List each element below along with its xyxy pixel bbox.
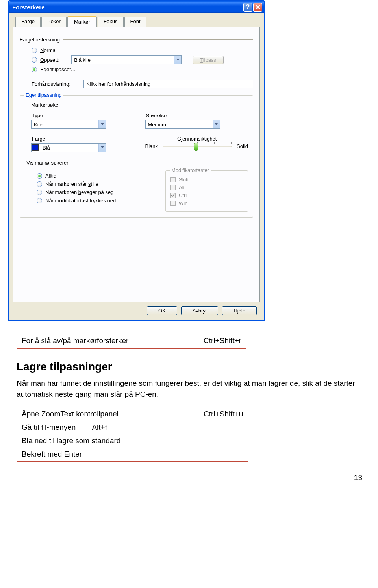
- checkbox-alt[interactable]: [170, 185, 176, 190]
- shortcut-key: Ctrl+Shift+r: [200, 334, 245, 348]
- checkbox-win-label: Win: [179, 200, 187, 206]
- radio-preset-row: Oppsett: Blå kile Tilpass: [32, 55, 253, 64]
- tab-peker[interactable]: Peker: [41, 17, 67, 27]
- modifier-legend: Modifikatortaster: [170, 167, 211, 173]
- cancel-button[interactable]: Avbryt: [181, 306, 219, 315]
- radio-always[interactable]: [37, 173, 42, 179]
- radio-normal-label: Normal: [40, 47, 57, 53]
- close-icon[interactable]: [253, 3, 262, 12]
- tab-markor[interactable]: Markør: [67, 16, 97, 27]
- checkbox-shift[interactable]: [170, 177, 176, 182]
- customize-button[interactable]: Tilpass: [193, 56, 224, 64]
- radio-preset-label: Oppsett:: [40, 57, 59, 63]
- radio-custom-row: Egentilpasset...: [32, 67, 253, 72]
- type-dropdown[interactable]: Kiler: [31, 120, 106, 129]
- divider: [63, 39, 253, 40]
- chevron-down-icon: [174, 56, 181, 64]
- help-icon[interactable]: ?: [243, 3, 252, 12]
- show-cursor-label: Vis markørsøkeren: [26, 160, 248, 166]
- shortcut-table-2: Åpne ZoomText kontrollpanel Ctrl+Shift+u…: [17, 407, 248, 462]
- size-value: Medium: [146, 122, 213, 128]
- preset-dropdown[interactable]: Blå kile: [71, 55, 182, 64]
- tab-panel: Fargeforsterkning Normal Oppsett: Blå ki…: [13, 27, 260, 302]
- color-group-title: Fargeforsterkning: [20, 37, 61, 43]
- radio-normal-row: Normal: [32, 47, 253, 53]
- transparency-slider-wrap: Blank Solid: [145, 143, 248, 149]
- color-swatch: [32, 144, 39, 151]
- radio-preset[interactable]: [32, 57, 37, 63]
- color-label: Farge: [32, 136, 134, 142]
- slider-left-label: Blank: [145, 143, 158, 149]
- t2-r3: Bla ned til lagre som standard: [18, 435, 247, 447]
- modifier-fieldset: Modifikatortaster Skift Alt Ctrl Win: [165, 170, 248, 212]
- show-cursor-section: Alltid Når markøren står stille Når mark…: [25, 170, 248, 212]
- transparency-label: Gjennomsiktighet: [146, 136, 248, 142]
- radio-custom-label: Egentilpasset...: [40, 67, 75, 72]
- dialog-body: Farge Peker Markør Fokus Font Fargeforst…: [9, 13, 264, 320]
- type-label: Type: [32, 113, 134, 118]
- size-col: Størrelse Medium: [145, 111, 248, 129]
- preview-textbox[interactable]: Klikk her for forhåndsvisning: [83, 80, 253, 88]
- checkbox-win[interactable]: [170, 201, 176, 206]
- titlebar: Forsterkere ?: [9, 1, 264, 13]
- chevron-down-icon: [98, 120, 106, 128]
- color-group-header: Fargeforsterkning: [20, 37, 253, 43]
- chevron-down-icon: [98, 144, 106, 152]
- size-dropdown[interactable]: Medium: [145, 120, 220, 129]
- radio-normal[interactable]: [32, 48, 37, 53]
- radio-still-label: Når markøren står stille: [45, 181, 98, 187]
- transparency-col: Gjennomsiktighet Blank Solid: [145, 134, 248, 152]
- show-cursor-radios: Alltid Når markøren står stille Når mark…: [25, 170, 158, 206]
- t2-r2: Gå til fil-menyen Alt+f: [18, 421, 247, 434]
- customization-fieldset: Egentilpassning Markørsøker Type Kiler S…: [20, 95, 253, 218]
- shortcut-desc: For å slå av/på markørforsterker: [18, 334, 199, 348]
- radio-moving[interactable]: [37, 190, 42, 195]
- doc-heading: Lagre tilpasninger: [17, 361, 361, 373]
- tabs-bar: Farge Peker Markør Fokus Font: [13, 16, 260, 27]
- radio-modifier-label: Når modifikatortast trykkes ned: [45, 198, 116, 203]
- color-col: Farge Blå: [31, 134, 134, 152]
- ok-button[interactable]: OK: [147, 306, 177, 315]
- radio-still[interactable]: [37, 181, 42, 187]
- t2-r1c1: Åpne ZoomText kontrollpanel: [18, 408, 199, 420]
- chevron-down-icon: [213, 120, 220, 128]
- slider-thumb[interactable]: [194, 143, 198, 151]
- checkbox-ctrl-label: Ctrl: [179, 192, 187, 198]
- radio-moving-label: Når markøren beveger på seg: [45, 189, 113, 195]
- titlebar-buttons: ?: [243, 3, 262, 12]
- page-number: 13: [0, 473, 362, 482]
- radio-modifier[interactable]: [37, 198, 42, 203]
- color-value: Blå: [40, 145, 98, 151]
- slider-right-label: Solid: [237, 143, 248, 149]
- type-value: Kiler: [32, 122, 98, 128]
- radio-always-label: Alltid: [45, 173, 56, 179]
- cursor-seeker-label: Markørsøker: [31, 102, 248, 108]
- window-title: Forsterkere: [12, 4, 243, 11]
- shortcut-table-1: For å slå av/på markørforsterker Ctrl+Sh…: [17, 333, 246, 349]
- customization-legend: Egentilpassning: [24, 92, 63, 98]
- t2-r4: Bekreft med Enter: [18, 448, 247, 460]
- checkbox-alt-label: Alt: [179, 185, 185, 190]
- t2-r1c2: Ctrl+Shift+u: [200, 408, 247, 420]
- size-label: Størrelse: [146, 113, 248, 118]
- checkbox-shift-label: Skift: [179, 177, 189, 183]
- tab-farge[interactable]: Farge: [15, 17, 41, 27]
- tab-font[interactable]: Font: [124, 17, 146, 27]
- color-dropdown[interactable]: Blå: [31, 143, 106, 152]
- doc-paragraph: Når man har funnet de innstillingene som…: [17, 378, 361, 399]
- dialog-buttons: OK Avbryt Hjelp: [13, 302, 260, 315]
- type-col: Type Kiler: [31, 111, 134, 129]
- preview-row: Forhåndsvisning: Klikk her for forhåndsv…: [32, 80, 253, 88]
- preview-label: Forhåndsvisning:: [32, 81, 79, 87]
- dialog-window: Forsterkere ? Farge Peker Markør Fokus F…: [8, 0, 265, 321]
- radio-custom[interactable]: [32, 67, 37, 72]
- tab-fokus[interactable]: Fokus: [98, 17, 123, 27]
- checkbox-ctrl[interactable]: [170, 193, 176, 198]
- preset-dropdown-value: Blå kile: [72, 57, 174, 63]
- transparency-slider[interactable]: [163, 146, 232, 147]
- help-button[interactable]: Hjelp: [222, 306, 257, 315]
